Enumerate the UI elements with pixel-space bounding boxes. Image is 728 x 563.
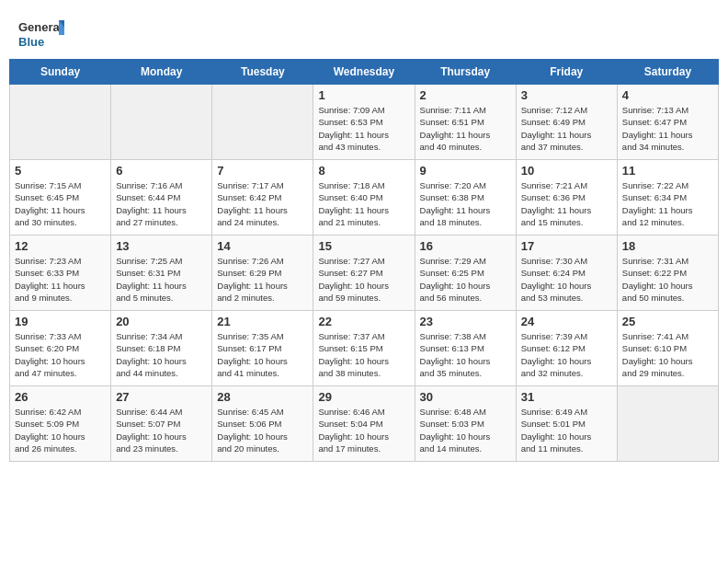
day-info: Sunrise: 7:25 AM Sunset: 6:31 PM Dayligh…	[116, 255, 207, 304]
calendar-day-12: 12Sunrise: 7:23 AM Sunset: 6:33 PM Dayli…	[10, 236, 111, 311]
calendar-day-2: 2Sunrise: 7:11 AM Sunset: 6:51 PM Daylig…	[415, 85, 516, 160]
day-number: 23	[420, 315, 511, 328]
day-number: 9	[420, 164, 511, 178]
day-info: Sunrise: 7:17 AM Sunset: 6:42 PM Dayligh…	[217, 179, 308, 228]
day-number: 1	[318, 88, 409, 102]
day-number: 7	[217, 164, 308, 178]
day-info: Sunrise: 7:38 AM Sunset: 6:13 PM Dayligh…	[420, 330, 511, 379]
day-number: 18	[622, 239, 713, 253]
calendar-day-4: 4Sunrise: 7:13 AM Sunset: 6:47 PM Daylig…	[617, 85, 718, 160]
calendar-day-18: 18Sunrise: 7:31 AM Sunset: 6:22 PM Dayli…	[617, 236, 718, 311]
day-info: Sunrise: 7:13 AM Sunset: 6:47 PM Dayligh…	[622, 104, 713, 153]
calendar-day-27: 27Sunrise: 6:44 AM Sunset: 5:07 PM Dayli…	[111, 386, 212, 462]
calendar-day-8: 8Sunrise: 7:18 AM Sunset: 6:40 PM Daylig…	[313, 160, 415, 236]
column-header-sunday: Sunday	[10, 60, 111, 85]
calendar-day-16: 16Sunrise: 7:29 AM Sunset: 6:25 PM Dayli…	[415, 236, 516, 311]
calendar-day-21: 21Sunrise: 7:35 AM Sunset: 6:17 PM Dayli…	[212, 311, 313, 386]
day-info: Sunrise: 6:46 AM Sunset: 5:04 PM Dayligh…	[318, 406, 409, 454]
day-number: 6	[116, 164, 207, 178]
day-info: Sunrise: 6:49 AM Sunset: 5:01 PM Dayligh…	[521, 406, 612, 454]
header: General Blue	[9, 9, 719, 59]
calendar-week-row: 5Sunrise: 7:15 AM Sunset: 6:45 PM Daylig…	[10, 160, 719, 236]
day-info: Sunrise: 7:15 AM Sunset: 6:45 PM Dayligh…	[15, 179, 106, 228]
calendar-day-20: 20Sunrise: 7:34 AM Sunset: 6:18 PM Dayli…	[111, 311, 212, 386]
day-number: 29	[318, 390, 409, 404]
calendar-day-19: 19Sunrise: 7:33 AM Sunset: 6:20 PM Dayli…	[10, 311, 111, 386]
day-info: Sunrise: 7:21 AM Sunset: 6:36 PM Dayligh…	[521, 179, 612, 228]
day-number: 20	[116, 315, 207, 328]
day-info: Sunrise: 7:39 AM Sunset: 6:12 PM Dayligh…	[521, 330, 612, 379]
day-info: Sunrise: 7:12 AM Sunset: 6:49 PM Dayligh…	[521, 104, 612, 153]
calendar-header-row: SundayMondayTuesdayWednesdayThursdayFrid…	[10, 60, 719, 85]
calendar-day-5: 5Sunrise: 7:15 AM Sunset: 6:45 PM Daylig…	[10, 160, 111, 236]
column-header-saturday: Saturday	[617, 60, 718, 85]
calendar-day-1: 1Sunrise: 7:09 AM Sunset: 6:53 PM Daylig…	[313, 85, 415, 160]
column-header-thursday: Thursday	[415, 60, 516, 85]
day-number: 11	[622, 164, 713, 178]
column-header-monday: Monday	[111, 60, 212, 85]
calendar-day-25: 25Sunrise: 7:41 AM Sunset: 6:10 PM Dayli…	[617, 311, 718, 386]
calendar-day-26: 26Sunrise: 6:42 AM Sunset: 5:09 PM Dayli…	[10, 386, 111, 462]
day-info: Sunrise: 7:30 AM Sunset: 6:24 PM Dayligh…	[521, 255, 612, 304]
day-info: Sunrise: 7:37 AM Sunset: 6:15 PM Dayligh…	[318, 330, 409, 379]
calendar-empty-cell	[10, 85, 111, 160]
day-number: 26	[15, 390, 106, 404]
calendar-empty-cell	[111, 85, 212, 160]
svg-text:General: General	[18, 20, 63, 34]
calendar-empty-cell	[212, 85, 313, 160]
day-info: Sunrise: 7:35 AM Sunset: 6:17 PM Dayligh…	[217, 330, 308, 379]
calendar-day-11: 11Sunrise: 7:22 AM Sunset: 6:34 PM Dayli…	[617, 160, 718, 236]
calendar-day-3: 3Sunrise: 7:12 AM Sunset: 6:49 PM Daylig…	[516, 85, 617, 160]
day-number: 12	[15, 239, 106, 253]
day-info: Sunrise: 7:41 AM Sunset: 6:10 PM Dayligh…	[622, 330, 713, 379]
day-number: 4	[622, 88, 713, 102]
day-info: Sunrise: 7:34 AM Sunset: 6:18 PM Dayligh…	[116, 330, 207, 379]
logo-svg: General Blue	[18, 17, 64, 53]
day-number: 21	[217, 315, 308, 328]
day-number: 19	[15, 315, 106, 328]
calendar-day-10: 10Sunrise: 7:21 AM Sunset: 6:36 PM Dayli…	[516, 160, 617, 236]
calendar-week-row: 19Sunrise: 7:33 AM Sunset: 6:20 PM Dayli…	[10, 311, 719, 386]
day-info: Sunrise: 7:22 AM Sunset: 6:34 PM Dayligh…	[622, 179, 713, 228]
calendar-day-7: 7Sunrise: 7:17 AM Sunset: 6:42 PM Daylig…	[212, 160, 313, 236]
day-info: Sunrise: 7:27 AM Sunset: 6:27 PM Dayligh…	[318, 255, 409, 304]
day-info: Sunrise: 7:20 AM Sunset: 6:38 PM Dayligh…	[420, 179, 511, 228]
day-info: Sunrise: 7:11 AM Sunset: 6:51 PM Dayligh…	[420, 104, 511, 153]
calendar-table: SundayMondayTuesdayWednesdayThursdayFrid…	[9, 59, 719, 462]
day-number: 3	[521, 88, 612, 102]
day-info: Sunrise: 7:18 AM Sunset: 6:40 PM Dayligh…	[318, 179, 409, 228]
day-number: 16	[420, 239, 511, 253]
day-number: 5	[15, 164, 106, 178]
day-number: 27	[116, 390, 207, 404]
calendar-day-28: 28Sunrise: 6:45 AM Sunset: 5:06 PM Dayli…	[212, 386, 313, 462]
column-header-tuesday: Tuesday	[212, 60, 313, 85]
calendar-day-24: 24Sunrise: 7:39 AM Sunset: 6:12 PM Dayli…	[516, 311, 617, 386]
day-number: 28	[217, 390, 308, 404]
calendar-day-9: 9Sunrise: 7:20 AM Sunset: 6:38 PM Daylig…	[415, 160, 516, 236]
calendar-day-6: 6Sunrise: 7:16 AM Sunset: 6:44 PM Daylig…	[111, 160, 212, 236]
calendar-day-15: 15Sunrise: 7:27 AM Sunset: 6:27 PM Dayli…	[313, 236, 415, 311]
calendar-day-13: 13Sunrise: 7:25 AM Sunset: 6:31 PM Dayli…	[111, 236, 212, 311]
day-info: Sunrise: 6:44 AM Sunset: 5:07 PM Dayligh…	[116, 406, 207, 454]
calendar-day-29: 29Sunrise: 6:46 AM Sunset: 5:04 PM Dayli…	[313, 386, 415, 462]
column-header-wednesday: Wednesday	[313, 60, 415, 85]
day-number: 24	[521, 315, 612, 328]
day-info: Sunrise: 7:29 AM Sunset: 6:25 PM Dayligh…	[420, 255, 511, 304]
day-info: Sunrise: 7:09 AM Sunset: 6:53 PM Dayligh…	[318, 104, 409, 153]
day-number: 22	[318, 315, 409, 328]
day-number: 8	[318, 164, 409, 178]
day-number: 17	[521, 239, 612, 253]
day-number: 25	[622, 315, 713, 328]
day-number: 30	[420, 390, 511, 404]
logo: General Blue	[18, 17, 64, 53]
calendar-day-22: 22Sunrise: 7:37 AM Sunset: 6:15 PM Dayli…	[313, 311, 415, 386]
calendar-week-row: 26Sunrise: 6:42 AM Sunset: 5:09 PM Dayli…	[10, 386, 719, 462]
day-info: Sunrise: 7:26 AM Sunset: 6:29 PM Dayligh…	[217, 255, 308, 304]
day-info: Sunrise: 7:31 AM Sunset: 6:22 PM Dayligh…	[622, 255, 713, 304]
calendar-day-17: 17Sunrise: 7:30 AM Sunset: 6:24 PM Dayli…	[516, 236, 617, 311]
day-number: 31	[521, 390, 612, 404]
calendar-day-14: 14Sunrise: 7:26 AM Sunset: 6:29 PM Dayli…	[212, 236, 313, 311]
calendar-week-row: 12Sunrise: 7:23 AM Sunset: 6:33 PM Dayli…	[10, 236, 719, 311]
day-info: Sunrise: 6:48 AM Sunset: 5:03 PM Dayligh…	[420, 406, 511, 454]
day-info: Sunrise: 6:45 AM Sunset: 5:06 PM Dayligh…	[217, 406, 308, 454]
